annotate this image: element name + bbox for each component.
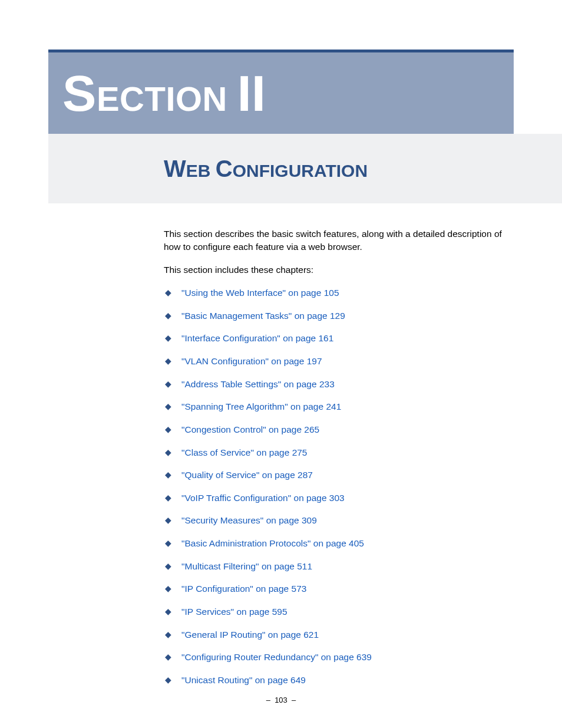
content: This section describes the basic switch … [164, 228, 513, 697]
chapter-link[interactable]: "Security Measures" on page 309 [181, 515, 317, 525]
chapter-link[interactable]: "Multicast Filtering" on page 511 [181, 561, 312, 571]
list-item: "VLAN Configuration" on page 197 [164, 355, 513, 367]
chapter-link[interactable]: "Configuring Router Redundancy" on page … [181, 652, 372, 662]
section-small-1: ECTION [97, 80, 227, 118]
list-item: "General IP Routing" on page 621 [164, 629, 513, 641]
chapter-link[interactable]: "Address Table Settings" on page 233 [181, 379, 335, 389]
list-item: "Security Measures" on page 309 [164, 515, 513, 526]
list-item: "Basic Administration Protocols" on page… [164, 538, 513, 549]
section-space [227, 80, 237, 118]
intro-paragraph-2: This section includes these chapters: [164, 263, 513, 276]
chapter-link[interactable]: "Congestion Control" on page 265 [181, 424, 319, 434]
page-number: – 103 – [0, 696, 562, 704]
intro-paragraph-1: This section describes the basic switch … [164, 228, 513, 253]
chapter-link[interactable]: "IP Services" on page 595 [181, 607, 287, 617]
chapter-link[interactable]: "Interface Configuration" on page 161 [181, 333, 333, 343]
chapter-link[interactable]: "Unicast Routing" on page 649 [181, 675, 306, 685]
list-item: "Congestion Control" on page 265 [164, 424, 513, 436]
list-item: "Class of Service" on page 275 [164, 447, 513, 459]
chapter-link[interactable]: "Quality of Service" on page 287 [181, 470, 313, 480]
list-item: "Address Table Settings" on page 233 [164, 378, 513, 390]
heading-space-1 [210, 161, 215, 180]
list-item: "IP Configuration" on page 573 [164, 583, 513, 595]
chapter-link[interactable]: "General IP Routing" on page 621 [181, 630, 319, 640]
chapter-link[interactable]: "VoIP Traffic Configuration" on page 303 [181, 493, 345, 503]
list-item: "Interface Configuration" on page 161 [164, 332, 513, 344]
chapter-list: "Using the Web Interface" on page 105 "B… [164, 287, 513, 686]
list-item: "Unicast Routing" on page 649 [164, 674, 513, 686]
list-item: "Using the Web Interface" on page 105 [164, 287, 513, 299]
chapter-link[interactable]: "Class of Service" on page 275 [181, 447, 308, 457]
section-cap-2: II [237, 65, 266, 121]
heading-cap-2: C [216, 156, 233, 182]
chapter-link[interactable]: "Using the Web Interface" on page 105 [181, 288, 339, 298]
list-item: "IP Services" on page 595 [164, 606, 513, 618]
section-cap-1: S [62, 65, 97, 121]
heading-small-1: EB [186, 161, 211, 180]
list-item: "Spanning Tree Algorithm" on page 241 [164, 401, 513, 413]
chapter-link[interactable]: "IP Configuration" on page 573 [181, 584, 306, 594]
list-item: "Basic Management Tasks" on page 129 [164, 310, 513, 322]
section-band: SECTION II [48, 52, 514, 134]
heading-cap-1: W [164, 156, 186, 182]
list-item: "Multicast Filtering" on page 511 [164, 561, 513, 572]
page-title: WEB CONFIGURATION [164, 156, 368, 182]
list-item: "Configuring Router Redundancy" on page … [164, 651, 513, 663]
list-item: "VoIP Traffic Configuration" on page 303 [164, 492, 513, 504]
section-label: SECTION II [62, 64, 266, 123]
chapter-link[interactable]: "VLAN Configuration" on page 197 [181, 356, 322, 366]
chapter-link[interactable]: "Basic Administration Protocols" on page… [181, 538, 364, 548]
chapter-link[interactable]: "Spanning Tree Algorithm" on page 241 [181, 401, 341, 411]
heading-band: WEB CONFIGURATION [48, 134, 562, 203]
heading-small-2: ONFIGURATION [233, 161, 368, 180]
list-item: "Quality of Service" on page 287 [164, 469, 513, 481]
chapter-link[interactable]: "Basic Management Tasks" on page 129 [181, 311, 345, 321]
